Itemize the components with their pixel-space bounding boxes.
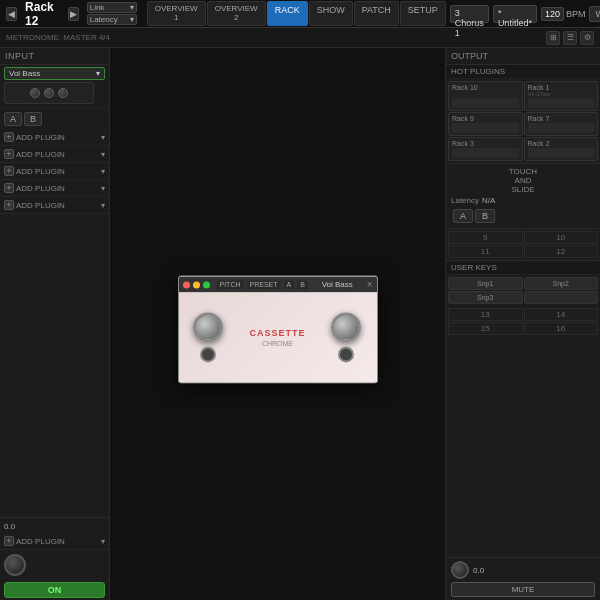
bpm-value[interactable]: 120 [541,7,564,21]
plugin-tab-pitch[interactable]: PITCH [217,280,244,289]
grid-icon[interactable]: ⊞ [546,31,560,45]
top-bar: ◀ Rack 12 ▶ Link ▾ Latency ▾ OVERVIEW1 O… [0,0,600,28]
mute-button[interactable]: MUTE [451,582,595,597]
plugin-tab-b[interactable]: B [297,280,308,289]
add-plugin-1[interactable]: + ADD PLUGIN ▾ [0,129,109,146]
tab-overview1[interactable]: OVERVIEW1 [147,1,206,27]
right-ab-a-button[interactable]: A [453,209,473,223]
user-keys-section: USER KEYS Snp1 Snp2 Snp3 [446,260,600,306]
hot-plugin-rack2[interactable]: Rack 2 [524,137,599,161]
hot-plugin-mini-2 [528,98,595,108]
maximize-dot[interactable] [203,281,210,288]
add-icon-2: + [4,149,14,159]
add-plugin-6[interactable]: + ADD PLUGIN ▾ [0,533,109,550]
num-cell-13[interactable]: 13 [448,308,523,321]
add-icon-5: + [4,200,14,210]
mini-knob-1 [30,88,40,98]
rack-title: Rack 12 [19,0,65,28]
link-select[interactable]: Link ▾ [87,2,137,13]
touch-slide-section: TOUCHANDSLIDE Latency N/A A B [446,164,600,229]
input-label: INPUT [0,48,109,65]
tab-overview2[interactable]: OVERVIEW2 [207,1,266,27]
num-cell-16[interactable]: 16 [524,322,599,335]
ab-buttons: A B [0,109,109,129]
ab-b-button[interactable]: B [24,112,42,126]
tape-knob-left[interactable] [193,312,223,342]
hot-plugin-mini-6 [528,148,595,158]
mini-knob-2 [44,88,54,98]
latency-select[interactable]: Latency ▾ [87,14,137,25]
preset-select[interactable]: 3 Chorus 1 [450,5,489,23]
add-plugin-arrow-3: ▾ [101,167,105,176]
mini-knob-3 [58,88,68,98]
hot-plugin-rack9[interactable]: Rack 9 [448,112,523,136]
num-cell-14[interactable]: 14 [524,308,599,321]
num-cell-15[interactable]: 15 [448,322,523,335]
minimize-dot[interactable] [193,281,200,288]
prev-rack-button[interactable]: ◀ [6,7,17,21]
hot-plugins-grid: Rack 10 Rack 1 Vx Choir Rack 9 Rack 7 [446,79,600,163]
num-grid-9-12: 9 10 11 12 [446,229,600,260]
snp1-button[interactable]: Snp1 [448,277,523,290]
tab-show[interactable]: SHOW [309,1,353,27]
left-panel: INPUT Vol Bass ▾ A B + [0,48,110,600]
volume-value: 0.0 [4,522,15,531]
tape-center-left [200,346,216,362]
add-plugin-label-3: ADD PLUGIN [16,167,65,176]
num-cell-10[interactable]: 10 [524,231,599,244]
hot-plugin-rack10[interactable]: Rack 10 [448,81,523,111]
hot-plugins-section: HOT PLUGINS Rack 10 Rack 1 Vx Choir Rack… [446,65,600,164]
plugin-tab-a[interactable]: A [284,280,295,289]
tab-rack[interactable]: RACK [267,1,308,27]
output-label: OUTPUT [446,48,600,65]
plugin-close-button[interactable]: × [367,279,373,290]
hot-plugin-rack3[interactable]: Rack 3 [448,137,523,161]
add-plugin-label-6: ADD PLUGIN [16,537,65,546]
plugin-name-select[interactable]: Vol Bass ▾ [4,67,105,80]
plugin-slot-vol-bass: Vol Bass ▾ [0,65,109,109]
window-button[interactable]: Window [589,6,600,22]
add-plugin-3[interactable]: + ADD PLUGIN ▾ [0,163,109,180]
plugin-mini-knobs [30,88,68,98]
settings-icon[interactable]: ⚙ [580,31,594,45]
tape-label-area: CASSETTE CHROME [241,328,313,347]
right-panel: OUTPUT HOT PLUGINS Rack 10 Rack 1 Vx Cho… [445,48,600,600]
nav-tabs: OVERVIEW1 OVERVIEW2 RACK SHOW PATCH SETU… [147,1,446,27]
plugin-mini-display[interactable] [4,82,94,104]
num-cell-9[interactable]: 9 [448,231,523,244]
plugin-tab-preset[interactable]: PRESET [247,280,281,289]
right-volume-knob[interactable] [451,561,469,579]
hot-plugin-mini-4 [528,123,595,133]
num-grid-13-16: 13 14 15 16 [446,306,600,337]
ab-a-button[interactable]: A [4,112,22,126]
snp2-button[interactable]: Snp2 [524,277,599,290]
list-icon[interactable]: ☰ [563,31,577,45]
user-keys-title: USER KEYS [446,261,600,275]
num-cell-11[interactable]: 11 [448,245,523,258]
right-ab-b-button[interactable]: B [475,209,495,223]
snp3-button[interactable]: Snp3 [448,291,523,304]
toolbar-info: METRONOME: MASTER 4/4 [6,33,542,42]
snp4-button[interactable] [524,291,599,304]
add-plugin-4[interactable]: + ADD PLUGIN ▾ [0,180,109,197]
tape-brand: CASSETTE [249,328,305,338]
close-dot[interactable] [183,281,190,288]
volume-knob[interactable] [4,554,26,576]
right-ab-buttons: A B [451,207,595,225]
untitled-select[interactable]: * Untitled* [493,5,537,23]
add-plugin-5[interactable]: + ADD PLUGIN ▾ [0,197,109,214]
hot-plugin-rack1[interactable]: Rack 1 Vx Choir [524,81,599,111]
next-rack-button[interactable]: ▶ [68,7,79,21]
num-cell-12[interactable]: 12 [524,245,599,258]
hot-plugin-mini-3 [452,123,519,133]
hot-plugin-rack7[interactable]: Rack 7 [524,112,599,136]
tab-setup[interactable]: SETUP [400,1,446,27]
top-bar-right: 3 Chorus 1 * Untitled* 120 BPM Window SU… [450,3,600,25]
center-panel: PITCH PRESET A B Vol Bass × CASSETTE CHR… [110,48,445,600]
add-plugin-2[interactable]: + ADD PLUGIN ▾ [0,146,109,163]
tape-knob-right[interactable] [331,312,361,342]
volume-row: 0.0 [0,517,109,533]
add-plugin-arrow-6: ▾ [101,537,105,546]
on-button[interactable]: ON [4,582,105,598]
tab-patch[interactable]: PATCH [354,1,399,27]
